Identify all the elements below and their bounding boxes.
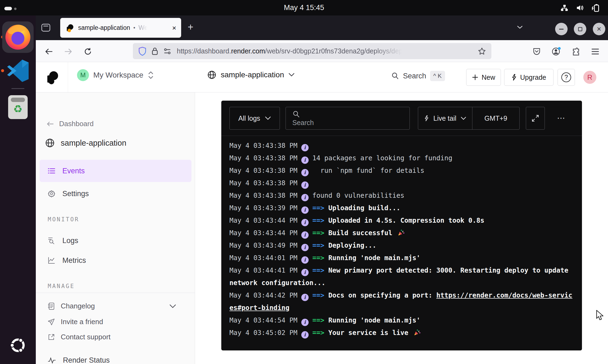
log-entry: May 4 03:45:02 PMi==> Your service is li… [229, 327, 574, 339]
new-button[interactable]: New [466, 69, 501, 86]
log-entry: May 4 03:44:41 PMi==> New primary port d… [229, 264, 574, 289]
sidebar-service[interactable]: sample-application [45, 138, 126, 148]
recycle-icon: ♻ [8, 104, 28, 114]
log-timestamp: May 4 03:43:38 PM [229, 142, 297, 149]
external-link-icon [48, 334, 55, 341]
global-search[interactable]: Search ^ K [391, 71, 445, 81]
dock-divider [11, 88, 24, 89]
log-lines[interactable]: May 4 03:43:38 PMiMay 4 03:43:38 PMi14 p… [221, 136, 582, 350]
log-more-menu[interactable]: ⋯ [557, 113, 566, 123]
firefox-dock-icon[interactable] [2, 21, 34, 53]
system-clock[interactable]: May 4 15:45 [0, 4, 608, 12]
metrics-chart-icon [48, 257, 55, 264]
tracking-shield-icon[interactable] [138, 47, 146, 56]
system-top-bar: May 4 15:45 [0, 0, 608, 15]
info-icon: i [301, 319, 309, 326]
network-tree-icon [560, 4, 568, 12]
service-selector[interactable]: sample-application [207, 70, 295, 79]
log-entry: May 4 03:43:44 PMi==> Uploaded in 4.5s. … [229, 214, 574, 227]
sidebar-item-contact-support[interactable]: Contact support [48, 333, 183, 341]
tab-bar: sample-application • We × + × [36, 15, 608, 40]
log-timestamp: May 4 03:44:54 PM [229, 316, 297, 324]
system-tray[interactable] [560, 4, 600, 12]
info-icon: i [301, 206, 309, 214]
url-bar[interactable]: https://dashboard.render.com/web/srv-d0b… [133, 43, 491, 59]
back-icon[interactable] [43, 46, 54, 57]
account-icon[interactable] [551, 46, 562, 57]
reload-icon[interactable] [82, 46, 93, 57]
log-arrow: ==> [312, 241, 328, 249]
render-logo[interactable] [44, 70, 60, 85]
vscode-dock-icon[interactable] [6, 59, 30, 83]
new-tab-button[interactable]: + [188, 21, 193, 33]
log-message: Docs on specifying a port: [328, 291, 436, 299]
ubuntu-logo-icon[interactable] [10, 337, 26, 353]
trash-dock-icon[interactable]: ♻ [8, 95, 28, 119]
info-icon: i [301, 194, 309, 201]
log-panel: All logs Search Live tail [221, 101, 582, 350]
sidebar-item-changelog[interactable]: Changelog [48, 302, 183, 310]
screen: May 4 15:45 [0, 0, 608, 364]
help-button[interactable]: ? [558, 69, 575, 86]
service-name: sample-application [221, 71, 284, 79]
log-message: Uploading build... [328, 204, 401, 212]
browser-window: sample-application • We × + × [36, 15, 608, 364]
status-pulse-icon [48, 357, 56, 364]
sidebar-item-metrics[interactable]: Metrics [40, 249, 191, 272]
firefox-view-icon[interactable] [41, 24, 50, 32]
url-text[interactable]: https://dashboard.render.com/web/srv-d0b… [177, 47, 478, 55]
info-icon: i [301, 269, 309, 276]
sidebar-item-events[interactable]: Events [40, 160, 191, 182]
sidebar-item-render-status[interactable]: Render Status [48, 356, 110, 364]
chevron-down-icon[interactable] [169, 304, 176, 308]
sidebar-section-manage: MANAGE [48, 283, 75, 289]
menu-hamburger-icon[interactable] [590, 46, 601, 57]
live-tail-group: Live tail GMT+9 [418, 107, 520, 130]
header-divider [68, 62, 68, 92]
events-list-icon [48, 168, 55, 174]
window-minimize-button[interactable] [555, 23, 568, 35]
sidebar-back-dashboard[interactable]: Dashboard [47, 120, 94, 128]
bookmark-star-icon[interactable] [478, 47, 486, 55]
log-entry: May 4 03:43:38 PMifound 0 vulnerabilitie… [229, 189, 574, 202]
window-maximize-button[interactable] [574, 23, 586, 35]
permissions-icon[interactable] [163, 48, 171, 55]
expand-logs-button[interactable] [526, 107, 545, 130]
main-content: All logs Search Live tail [195, 92, 608, 364]
sidebar-section-monitor: MONITOR [48, 216, 79, 223]
extensions-icon[interactable] [570, 46, 581, 57]
live-tail-dropdown[interactable]: Live tail [418, 107, 472, 129]
window-close-button[interactable]: × [593, 23, 605, 35]
log-message: Build successful [328, 229, 396, 237]
upgrade-button[interactable]: Upgrade [504, 69, 553, 86]
sidebar-item-logs[interactable]: Logs [40, 229, 191, 252]
lock-icon[interactable] [151, 47, 158, 56]
log-toolbar: All logs Search Live tail [221, 101, 582, 136]
updown-chevron-icon [148, 71, 154, 80]
workspace-selector[interactable]: M My Workspace [77, 69, 154, 81]
firefox-icon [5, 25, 30, 50]
info-icon: i [301, 231, 309, 239]
chevron-down-icon [461, 117, 466, 120]
search-icon [391, 72, 399, 80]
pocket-icon[interactable] [531, 46, 542, 57]
info-icon: i [301, 169, 309, 176]
sidebar-item-settings[interactable]: Settings [40, 183, 191, 205]
browser-tab[interactable]: sample-application • We × [60, 18, 181, 38]
log-entry: May 4 03:43:49 PMi==> Deploying... [229, 239, 574, 252]
timezone-button[interactable]: GMT+9 [472, 107, 519, 129]
log-filter-dropdown[interactable]: All logs [229, 107, 280, 130]
info-icon: i [301, 157, 309, 164]
search-placeholder: Search [292, 119, 314, 127]
log-message: run `npm fund` for details [312, 167, 424, 174]
tab-close-icon[interactable]: × [172, 24, 176, 31]
forward-icon[interactable] [63, 46, 74, 57]
sidebar-item-invite[interactable]: Invite a friend [48, 318, 183, 326]
user-avatar[interactable]: R [583, 71, 596, 84]
log-timestamp: May 4 03:44:42 PM [229, 291, 297, 299]
list-tabs-chevron-icon[interactable] [516, 25, 523, 30]
log-timestamp: May 4 03:43:38 PM [229, 167, 297, 174]
back-arrow-icon [47, 121, 54, 127]
info-icon: i [301, 256, 309, 264]
log-search-input[interactable]: Search [286, 107, 410, 130]
